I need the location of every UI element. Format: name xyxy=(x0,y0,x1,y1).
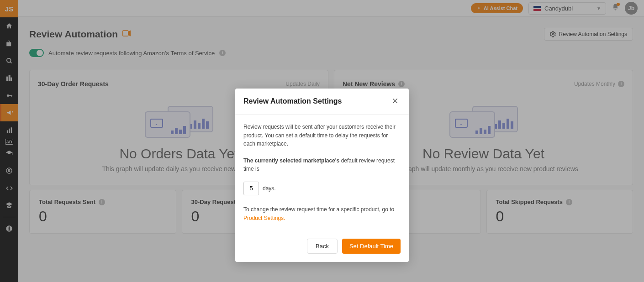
days-input[interactable] xyxy=(243,182,259,195)
settings-modal: Review Automation Settings Review reques… xyxy=(235,89,409,262)
modal-close-button[interactable] xyxy=(390,96,401,107)
close-icon xyxy=(392,98,398,104)
days-suffix: days. xyxy=(263,184,276,193)
set-default-time-button[interactable]: Set Default Time xyxy=(342,239,401,254)
modal-overlay: Review Automation Settings Review reques… xyxy=(0,0,644,282)
product-settings-link[interactable]: Product Settings. xyxy=(243,215,285,221)
modal-intro-text: Review requests will be sent after your … xyxy=(243,123,401,148)
change-prefix: To change the review request time for a … xyxy=(243,206,394,213)
modal-line-bold: The currently selected marketplace's xyxy=(243,157,339,164)
modal-title: Review Automation Settings xyxy=(243,97,342,105)
modal-change-text: To change the review request time for a … xyxy=(243,205,401,222)
back-button[interactable]: Back xyxy=(307,239,338,254)
modal-default-time-line: The currently selected marketplace's def… xyxy=(243,157,401,173)
